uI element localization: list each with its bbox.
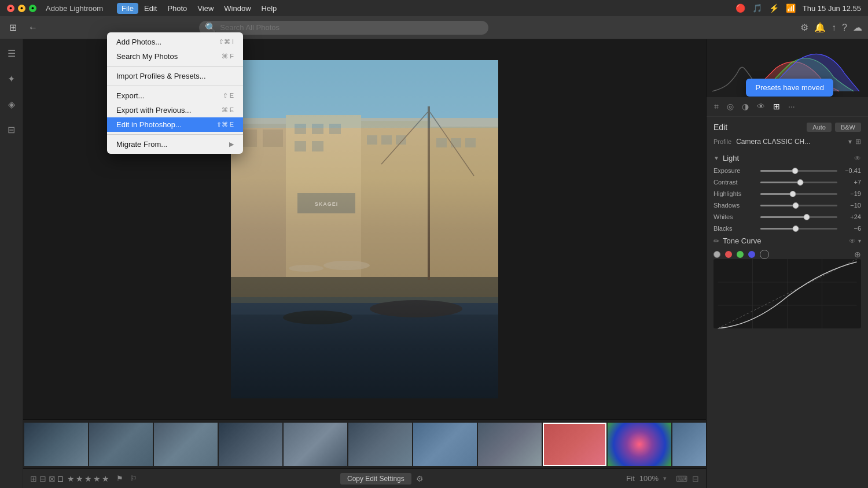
channel-blue[interactable] — [748, 251, 755, 258]
cloud-icon[interactable]: ☁ — [853, 22, 862, 33]
filter-icon[interactable]: ⚙ — [800, 22, 808, 33]
tone-curve-visibility-icon[interactable]: 👁 — [849, 237, 856, 245]
layout-icon[interactable]: ⊟ — [692, 474, 699, 483]
blacks-track[interactable] — [760, 228, 837, 230]
channel-lines[interactable] — [760, 250, 769, 259]
channel-white[interactable] — [713, 251, 720, 258]
highlights-thumb[interactable] — [789, 191, 796, 197]
minimize-button[interactable]: ● — [18, 5, 25, 12]
channel-green[interactable] — [737, 251, 744, 258]
tone-curve-header[interactable]: ✏ Tone Curve 👁 ▾ — [713, 236, 861, 245]
photo-menu[interactable]: Photo — [163, 3, 192, 14]
menu-edit-photoshop[interactable]: Edit in Photoshop... ⇧⌘ E — [107, 117, 243, 132]
menu-migrate[interactable]: Migrate From... ▶ — [107, 137, 243, 151]
contrast-track[interactable] — [760, 182, 837, 183]
copy-edit-settings-button[interactable]: Copy Edit Settings — [340, 473, 411, 485]
panel-mask-icon[interactable]: ◑ — [739, 101, 752, 113]
filmstrip-thumb-10[interactable] — [608, 423, 671, 466]
filmstrip-thumb-11[interactable] — [672, 423, 706, 466]
edit-menu[interactable]: Edit — [139, 3, 161, 14]
reject-icon[interactable]: ⚐ — [130, 474, 137, 483]
filmstrip-thumb-2[interactable] — [89, 423, 153, 466]
menu-export-previous[interactable]: Export with Previous... ⌘ E — [107, 103, 243, 117]
search-input[interactable] — [220, 23, 483, 32]
star-1[interactable]: ★ — [67, 474, 75, 483]
window-menu[interactable]: Window — [219, 3, 255, 14]
maximize-button[interactable]: ● — [29, 5, 36, 12]
filmstrip-thumb-6[interactable] — [348, 423, 412, 466]
profile-grid-icon[interactable]: ⊞ — [855, 138, 861, 146]
tone-curve-canvas[interactable] — [713, 259, 861, 328]
panel-crop-icon[interactable]: ⌗ — [711, 101, 722, 113]
tone-curve-add-icon[interactable]: ⊕ — [854, 250, 861, 259]
menu-search-photos[interactable]: Search My Photos ⌘ F — [107, 49, 243, 64]
grid-view-icon[interactable]: ⊞ — [30, 474, 37, 483]
filmstrip-thumb-3[interactable] — [154, 423, 218, 466]
help-menu[interactable]: Help — [257, 3, 282, 14]
migrate-label: Migrate From... — [116, 140, 167, 149]
sidebar-icon-book[interactable]: ⊟ — [2, 120, 21, 139]
presets-notification[interactable]: Presets have moved — [746, 79, 833, 97]
contrast-thumb[interactable] — [797, 179, 804, 186]
panel-develop-icon[interactable]: ⊞ — [770, 101, 783, 113]
exposure-track[interactable] — [760, 170, 837, 172]
light-visibility-icon[interactable]: 👁 — [854, 154, 861, 162]
star-3[interactable]: ★ — [84, 474, 92, 483]
menu-import-profiles[interactable]: Import Profiles & Presets... — [107, 69, 243, 83]
back-button[interactable]: ← — [25, 20, 41, 35]
whites-track[interactable] — [760, 216, 837, 218]
panel-more-icon[interactable]: ··· — [785, 101, 798, 113]
bottom-center: Copy Edit Settings ⚙ — [142, 473, 621, 485]
bw-button[interactable]: B&W — [835, 123, 861, 132]
tone-curve-chevron-icon[interactable]: ▾ — [858, 238, 861, 244]
blacks-value: −6 — [841, 225, 861, 232]
light-chevron-icon: ▼ — [713, 155, 719, 161]
star-rating[interactable]: ★ ★ ★ ★ ★ — [67, 474, 109, 483]
compare-view-icon[interactable]: ⊟ — [39, 474, 46, 483]
filmstrip-thumb-5[interactable] — [284, 423, 347, 466]
sidebar-icon-map[interactable]: ◈ — [2, 95, 21, 113]
bell-icon[interactable]: 🔔 — [814, 22, 826, 33]
keyboard-icon[interactable]: ⌨ — [676, 474, 687, 483]
light-section-header[interactable]: ▼ Light 👁 — [713, 154, 861, 162]
zoom-dropdown-icon[interactable]: ▾ — [663, 475, 667, 482]
exposure-thumb[interactable] — [792, 168, 798, 174]
star-2[interactable]: ★ — [76, 474, 83, 483]
filmstrip-thumb-4[interactable] — [219, 423, 282, 466]
profile-dropdown-icon[interactable]: ▾ — [848, 138, 852, 146]
menu-add-photos[interactable]: Add Photos... ⇧⌘ I — [107, 35, 243, 49]
survey-view-icon[interactable]: ⊠ — [49, 474, 56, 483]
panel-redeye-icon[interactable]: 👁 — [754, 101, 768, 113]
shadows-thumb[interactable] — [793, 202, 799, 209]
star-5[interactable]: ★ — [102, 474, 109, 483]
view-menu[interactable]: View — [193, 3, 218, 14]
sidebar-icon-library[interactable]: ☰ — [2, 44, 21, 62]
import-profiles-label: Import Profiles & Presets... — [116, 72, 206, 80]
whites-thumb[interactable] — [803, 214, 810, 220]
panel-heal-icon[interactable]: ◎ — [724, 101, 737, 113]
filmstrip-thumb-8[interactable] — [478, 423, 542, 466]
channel-red[interactable] — [725, 251, 732, 258]
sidebar-icon-develop[interactable]: ✦ — [2, 69, 21, 88]
menu-export[interactable]: Export... ⇧ E — [107, 88, 243, 103]
sidebar-toggle-button[interactable]: ⊞ — [6, 20, 20, 35]
share-icon[interactable]: ↑ — [832, 23, 836, 33]
whites-slider-row: Whites +24 — [713, 213, 861, 220]
file-menu[interactable]: File — [117, 3, 138, 14]
star-4[interactable]: ★ — [93, 474, 101, 483]
auto-button[interactable]: Auto — [807, 123, 832, 132]
filmstrip-thumb-1[interactable] — [24, 423, 88, 466]
blacks-thumb[interactable] — [793, 225, 799, 232]
whites-label: Whites — [713, 213, 757, 220]
help-icon[interactable]: ? — [842, 23, 847, 33]
settings-icon[interactable]: ⚙ — [416, 474, 424, 483]
svg-rect-24 — [428, 106, 430, 280]
loupe-view-icon[interactable]: □ — [58, 474, 62, 483]
highlights-track[interactable] — [760, 193, 837, 195]
search-bar[interactable]: 🔍 — [199, 21, 488, 35]
close-button[interactable]: ● — [7, 5, 14, 12]
filmstrip-thumb-9-selected[interactable] — [543, 423, 606, 466]
shadows-track[interactable] — [760, 205, 837, 206]
filmstrip-thumb-7[interactable] — [413, 423, 477, 466]
flag-icon[interactable]: ⚑ — [116, 474, 123, 483]
